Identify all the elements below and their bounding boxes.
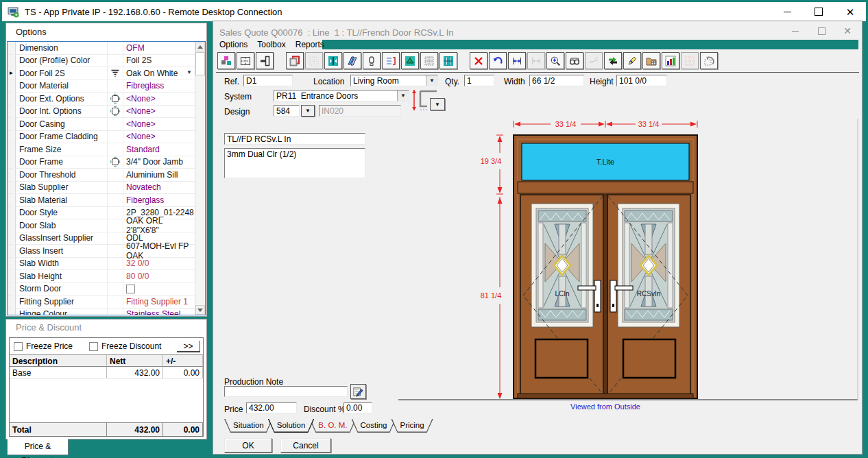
tab-pricing[interactable]: Pricing [391, 419, 433, 433]
option-value[interactable]: <None> [123, 131, 195, 143]
chart-icon[interactable] [662, 52, 679, 69]
bars-icon[interactable] [439, 52, 457, 69]
value-dropdown-icon[interactable]: ▼ [186, 69, 192, 75]
swap-icon[interactable] [604, 52, 622, 69]
folder-grid-icon[interactable] [642, 52, 660, 69]
design-dropdown-button[interactable]: ▼ [301, 105, 315, 117]
hardware-icon[interactable] [363, 52, 381, 69]
tab-b-o-m[interactable]: B. O. M. [309, 419, 356, 433]
split-window-icon[interactable] [324, 52, 342, 69]
option-row[interactable]: DimensionOFM [8, 42, 195, 55]
menu-toolbox[interactable]: Toolbox [257, 40, 285, 49]
option-value[interactable]: Fiberglass [123, 194, 195, 206]
freeze-discount-checkbox[interactable] [89, 342, 98, 351]
option-row[interactable]: Door Frame Cladding<None> [8, 131, 195, 144]
filter-icon[interactable] [108, 67, 123, 80]
option-row[interactable]: Hinge ColourStainless Steel [8, 309, 195, 316]
door-panel-icon[interactable] [256, 52, 274, 69]
description-input[interactable] [224, 133, 365, 145]
option-value[interactable]: <None> [123, 118, 195, 130]
scrollbar-thumb[interactable] [195, 52, 205, 75]
option-value[interactable]: Fitting Supplier 1 [123, 296, 195, 308]
production-note-input[interactable] [224, 386, 348, 397]
zoom-icon[interactable] [546, 52, 564, 69]
child-maximize-button[interactable] [817, 26, 826, 36]
qty-input[interactable] [464, 75, 494, 86]
width-input[interactable] [529, 75, 584, 86]
option-value[interactable]: 32 0/0 [123, 258, 195, 270]
annotate-disabled-icon[interactable] [585, 52, 603, 69]
option-value[interactable]: Foil 2S [123, 55, 195, 67]
minimize-button[interactable] [771, 2, 803, 21]
option-row[interactable]: Door Ext. Options<None> [8, 93, 195, 106]
tab-solution[interactable]: Solution [268, 419, 315, 433]
child-minimize-button[interactable] [791, 26, 800, 36]
frame-layout-icon[interactable] [237, 52, 254, 69]
close-button[interactable]: ✕ [834, 2, 866, 21]
options-cell-icon[interactable] [108, 156, 123, 169]
option-value[interactable]: <None> [123, 106, 195, 118]
view-3d-icon[interactable] [566, 52, 583, 69]
option-value[interactable]: OFM [123, 42, 195, 54]
child-close-button[interactable]: ✕ [843, 26, 852, 36]
height-input[interactable] [616, 75, 667, 86]
location-select[interactable]: Living Room ▼ [350, 75, 438, 86]
price-row[interactable]: Base432.000.00 [10, 367, 203, 378]
glass-spec-box[interactable]: 3mm Dual Clr (1/2) [224, 148, 365, 178]
option-row[interactable]: Frame SizeStandard [8, 143, 195, 156]
option-row[interactable]: Slab MaterialFiberglass [8, 194, 195, 207]
option-value[interactable]: Aluminium Sill [123, 169, 195, 181]
option-row[interactable]: ►Door Foil 2SOak On White▼ [8, 67, 195, 80]
discount-input[interactable] [343, 402, 372, 413]
option-row[interactable]: Slab Height80 0/0 [8, 270, 195, 283]
option-value[interactable]: Stainless Steel [123, 309, 195, 316]
option-row[interactable]: Fitting SupplierFitting Supplier 1 [8, 296, 195, 309]
copy-frame-icon[interactable] [286, 52, 304, 69]
option-value[interactable]: OAK ORL 2'8"X6'8" [123, 219, 195, 232]
pen-icon[interactable] [623, 52, 641, 69]
options-cell-icon[interactable] [108, 93, 123, 105]
option-row[interactable]: Door Frame3/4" Door Jamb [8, 156, 195, 169]
profile-blocks-icon[interactable] [217, 52, 235, 69]
extend-icon[interactable] [401, 52, 419, 69]
option-row[interactable]: Slab SupplierNovatech [8, 182, 195, 195]
grid-disabled-icon[interactable] [305, 52, 323, 69]
undo-icon[interactable] [489, 52, 507, 69]
design-input[interactable] [274, 105, 300, 117]
glazing-icon[interactable] [343, 52, 361, 69]
muntin-icon[interactable] [420, 52, 438, 69]
storm-door-checkbox[interactable] [126, 285, 135, 293]
pan-icon[interactable] [700, 52, 718, 69]
tab-situation[interactable]: Situation [224, 419, 273, 433]
edit-note-button[interactable] [350, 384, 366, 399]
delete-icon[interactable] [470, 52, 487, 69]
tab-price-discount[interactable]: Price & Discount [7, 439, 69, 455]
scroll-down-icon[interactable] [195, 305, 205, 315]
option-value[interactable] [123, 283, 195, 296]
option-list-icon[interactable] [382, 52, 400, 69]
option-value[interactable]: <None> [123, 93, 195, 105]
ok-button[interactable]: OK [224, 438, 272, 453]
option-value[interactable]: Standard [123, 143, 195, 156]
options-cell-icon[interactable] [108, 106, 123, 118]
options-scrollbar[interactable] [195, 42, 205, 315]
price-input[interactable] [246, 402, 297, 413]
profile-dropdown-button[interactable]: ▼ [430, 98, 445, 110]
menu-options[interactable]: Options [219, 40, 248, 49]
option-row[interactable]: Door ThresholdAluminium Sill [8, 169, 195, 182]
expand-price-button[interactable]: >> [177, 341, 200, 352]
option-row[interactable]: Glass Insert607-MOH-Evl FP OAK [8, 245, 195, 258]
maximize-button[interactable] [803, 2, 834, 21]
location-dropdown-icon[interactable]: ▼ [426, 75, 437, 86]
option-row[interactable]: Storm Door [8, 283, 195, 296]
option-row[interactable]: Door Casing<None> [8, 118, 195, 131]
dimension-icon[interactable] [508, 52, 526, 69]
menu-reports[interactable]: Reports [296, 40, 324, 49]
option-row[interactable]: Door SlabOAK ORL 2'8"X6'8" [8, 219, 195, 232]
ref-input[interactable] [243, 75, 293, 86]
option-value[interactable]: Fibreglass [123, 80, 195, 93]
option-value[interactable]: 80 0/0 [123, 270, 195, 282]
cancel-button[interactable]: Cancel [280, 438, 331, 453]
option-value[interactable]: Oak On White▼ [123, 67, 195, 80]
option-row[interactable]: Door (Profile) ColorFoil 2S [8, 55, 195, 68]
